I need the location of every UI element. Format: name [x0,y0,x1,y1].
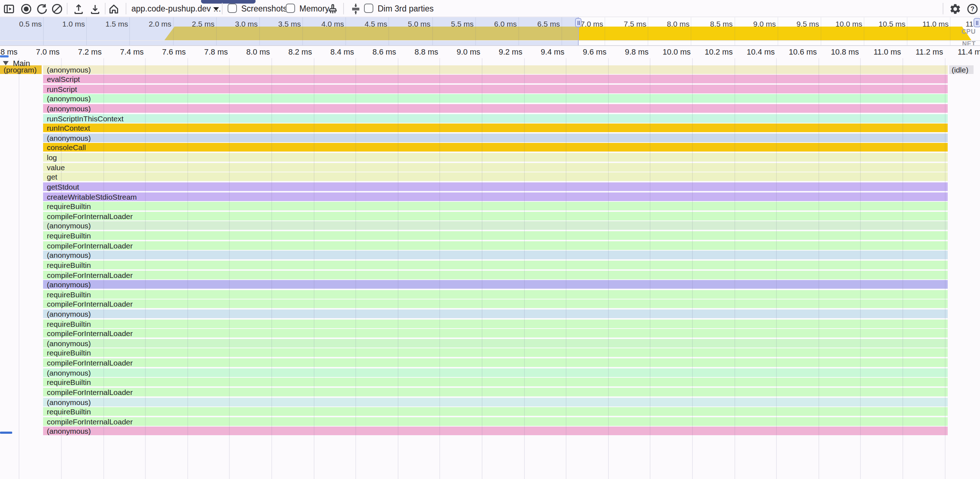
ruler-tick-label: 7.0 ms [16,48,60,56]
screenshots-checkbox-label: Screenshots [241,4,287,13]
help-icon: ? [966,3,978,15]
overview-tick-label: 7.5 ms [603,19,646,28]
flame-bar-anonymous[interactable]: (anonymous) [43,65,948,73]
ruler-tick-label: 9.4 ms [521,48,564,56]
flame-bar-consolecall[interactable]: consoleCall [43,143,948,152]
garbage-collect-button[interactable] [326,2,339,15]
screenshots-checkbox[interactable] [228,3,237,13]
flame-bar-anonymous[interactable]: (anonymous) [43,94,948,103]
live-metrics-button[interactable] [107,2,120,15]
main-track-header[interactable]: Main [0,59,30,67]
ruler-tick-label: 10.6 ms [774,48,817,56]
flame-bar-requirebuiltin[interactable]: requireBuiltin [43,319,948,328]
flame-bar-idle[interactable]: (idle) [949,65,973,73]
flame-bar-requirebuiltin[interactable]: requireBuiltin [43,407,948,416]
flame-bar-compileforinternalloader[interactable]: compileForInternalLoader [43,300,948,309]
flame-bar-log[interactable]: log [43,153,948,162]
overview-tick-label: 7.0 ms [560,19,603,28]
ruler-tick-label: 8.4 ms [311,48,354,56]
overview-tick-label: 6.5 ms [517,19,560,28]
save-profile-button[interactable] [88,2,101,15]
flame-bar-runincontext[interactable]: runInContext [43,124,948,132]
flame-bar-runscriptinthiscontext[interactable]: runScriptInThisContext [43,114,948,123]
flame-bar-getstdout[interactable]: getStdout [43,182,948,191]
overview-tick-label: 0.5 ms [0,19,41,28]
overview-tick-label: 5.0 ms [387,19,430,28]
settings-button[interactable] [948,2,961,15]
ruler-tick-label: 9.2 ms [479,48,522,56]
overview-tick-label: 10.0 ms [819,19,862,28]
page-selector[interactable]: app.code-pushup.dev … [131,4,221,13]
reload-icon [35,3,48,15]
ruler-tick-label: 8.8 ms [395,48,438,56]
flame-bar-compileforinternalloader[interactable]: compileForInternalLoader [43,358,948,367]
flame-bar-requirebuiltin[interactable]: requireBuiltin [43,349,948,357]
memory-checkbox[interactable] [286,3,295,13]
flame-bar-anonymous[interactable]: (anonymous) [43,310,948,318]
ruler-tick-label: 11.4 ms [942,48,980,56]
ruler-tick-label: 8.0 ms [227,48,270,56]
overview-tick-label: 10.5 ms [862,19,905,28]
ruler-tick-label: 11.0 ms [858,48,901,56]
net-track-label: NET [947,40,976,46]
devtools-performance-panel: app.code-pushup.dev … Screenshots Memory [0,0,980,479]
flame-bar-anonymous[interactable]: (anonymous) [43,251,948,259]
ruler-tick-label: 10.2 ms [690,48,733,56]
ruler-tick-label: 11.2 ms [900,48,943,56]
ruler-progress-dash [0,55,9,57]
flame-bar-createwritablestdiostream[interactable]: createWritableStdioStream [43,192,948,201]
toolbar-divider [343,3,344,14]
flame-bar-anonymous[interactable]: (anonymous) [43,134,948,142]
flame-bar-anonymous[interactable]: (anonymous) [43,280,948,289]
flame-bar-evalscript[interactable]: evalScript [43,75,948,83]
flame-bar-compileforinternalloader[interactable]: compileForInternalLoader [43,388,948,396]
clear-button[interactable] [50,2,63,15]
flame-bar-compileforinternalloader[interactable]: compileForInternalLoader [43,241,948,250]
main-flame-chart[interactable]: Main (program)(anonymous)(idle)evalScrip… [0,58,980,479]
selection-left-handle[interactable] [575,18,582,27]
flame-bar-get[interactable]: get [43,173,948,181]
flame-bar-value[interactable]: value [43,163,948,171]
sidebar-toggle-button[interactable] [2,2,15,15]
flame-bar-requirebuiltin[interactable]: requireBuiltin [43,261,948,269]
flame-bar-anonymous[interactable]: (anonymous) [43,221,948,230]
timeline-overview[interactable]: 0.5 ms1.0 ms1.5 ms2.0 ms2.5 ms3.0 ms3.5 … [0,17,980,46]
flame-bar-anonymous[interactable]: (anonymous) [43,398,948,406]
flame-bar-anonymous[interactable]: (anonymous) [43,368,948,377]
flame-bar-compileforinternalloader[interactable]: compileForInternalLoader [43,329,948,337]
overview-tick-label: 1.0 ms [42,19,85,28]
flame-bar-runscript[interactable]: runScript [43,84,948,93]
compress-icon [349,3,361,15]
load-profile-button[interactable] [72,2,85,15]
performance-toolbar: app.code-pushup.dev … Screenshots Memory [0,0,980,17]
overview-tick-label: 1.5 ms [85,19,128,28]
memory-checkbox-label: Memory [299,4,329,13]
overview-tick-label: 3.0 ms [215,19,258,28]
overview-cpu-band-dimmed [153,27,578,40]
detail-time-ruler: 6.8 ms7.0 ms7.2 ms7.4 ms7.6 ms7.8 ms8.0 … [0,47,980,58]
browser-tab-indicator [201,0,256,3]
flame-bar-anonymous[interactable]: (anonymous) [43,339,948,348]
flame-bar-requirebuiltin[interactable]: requireBuiltin [43,231,948,240]
help-button[interactable]: ? [966,2,978,15]
flame-bar-requirebuiltin[interactable]: requireBuiltin [43,202,948,210]
flame-bar-compileforinternalloader[interactable]: compileForInternalLoader [43,417,948,426]
overview-tick-label: 2.5 ms [172,19,215,28]
main-track-title: Main [13,59,30,67]
record-and-reload-button[interactable] [35,2,48,15]
dim-3rd-parties-checkbox-label: Dim 3rd parties [378,4,434,13]
selection-right-handle[interactable] [974,18,980,27]
record-button[interactable] [20,2,33,15]
flame-bar-requirebuiltin[interactable]: requireBuiltin [43,290,948,299]
dim-3rd-parties-checkbox[interactable] [364,3,373,13]
flame-bar-requirebuiltin[interactable]: requireBuiltin [43,378,948,387]
flame-bar-compileforinternalloader[interactable]: compileForInternalLoader [43,271,948,279]
flame-bar-anonymous[interactable]: (anonymous) [43,427,948,436]
overview-tick-label: 4.5 ms [344,19,387,28]
flame-bar-anonymous[interactable]: (anonymous) [43,104,948,113]
collapse-tracks-button[interactable] [349,2,362,15]
ruler-tick-label: 7.6 ms [143,48,186,56]
ruler-tick-label: 8.2 ms [269,48,312,56]
ruler-tick-label: 9.8 ms [606,48,649,56]
flame-bar-compileforinternalloader[interactable]: compileForInternalLoader [43,212,948,220]
